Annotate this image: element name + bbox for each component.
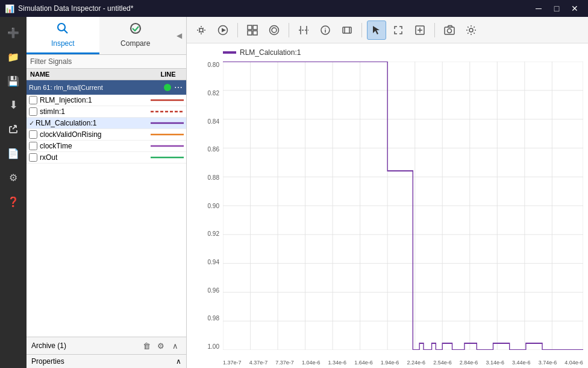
signal-line-3 [151,119,184,127]
titlebar-left: 📊 Simulation Data Inspector - untitled* [5,4,133,13]
signal-checkbox-2[interactable] [29,107,37,116]
pan-button[interactable] [192,21,211,40]
chart-area: RLM_Calculation:1 1.00 0.98 0.96 0.94 0.… [187,17,588,368]
svg-point-0 [58,24,65,31]
signal-line-2 [151,108,184,115]
signal-row-6[interactable]: rxOut [27,152,186,163]
select-button[interactable] [367,21,386,40]
signal-line-1 [151,97,184,104]
play-button[interactable] [213,21,233,40]
signal-row-2[interactable]: stimIn:1 [27,106,186,118]
sidebar-help-button[interactable]: ❓ [2,191,24,212]
y-label-1: 0.98 [208,315,219,322]
panel-collapse-button[interactable]: ◀ [172,17,186,54]
properties-label: Properties [31,357,64,366]
x-label-13: 4.04e-6 [565,360,583,366]
archive-settings-button[interactable]: ⚙ [155,340,167,352]
app-title: Simulation Data Inspector - untitled* [18,4,133,13]
cursors-button[interactable] [294,21,313,40]
signal-checkbox-5[interactable] [29,142,37,150]
style-button[interactable] [264,21,284,40]
toolbar-sep-2 [289,23,289,37]
svg-rect-12 [253,25,257,30]
svg-rect-30 [223,51,236,54]
svg-marker-23 [373,26,380,34]
x-label-6: 1.94e-6 [381,360,399,366]
tab-inspect[interactable]: Inspect [27,17,99,54]
datatips-button[interactable] [316,21,335,40]
y-label-0: 1.00 [208,343,219,350]
fit-view-button[interactable] [410,21,430,40]
x-label-10: 3.14e-6 [486,360,504,366]
y-label-8: 0.84 [208,118,219,125]
y-label-9: 0.82 [208,90,219,97]
sidebar-icons: ➕ 📁 💾 ⬇ 📄 ⚙ ❓ [0,17,27,368]
signal-name-5: clockTime [40,142,151,150]
tab-compare-label: Compare [120,39,150,48]
zoom-box-button[interactable] [337,21,357,40]
signal-name-1: RLM_Injection:1 [40,96,151,104]
archive-collapse-button[interactable]: ∧ [169,340,181,352]
svg-rect-20 [343,27,351,33]
compare-icon [129,22,142,38]
x-label-9: 2.84e-6 [460,360,478,366]
toolbar [187,17,588,43]
run-status-dot [164,84,171,91]
tab-bar: Inspect Compare ◀ [27,17,186,55]
y-label-10: 0.80 [208,62,219,68]
signal-name-2: stimIn:1 [40,107,151,116]
checked-indicator-3: ✓ [29,119,34,127]
svg-point-15 [272,28,277,33]
signal-checkbox-6[interactable] [29,153,37,162]
layout-button[interactable] [243,21,262,40]
x-label-5: 1.64e-6 [354,360,373,366]
maximize-button[interactable]: □ [548,2,565,15]
svg-line-1 [64,30,68,34]
titlebar-controls: ─ □ ✕ [530,2,583,15]
signal-line-5 [151,142,184,150]
y-label-3: 0.94 [208,259,219,265]
svg-point-29 [469,28,473,32]
properties-collapse-icon: ∧ [176,357,181,366]
screenshot-button[interactable] [440,21,459,40]
properties-bar[interactable]: Properties ∧ [27,354,186,368]
expand-button[interactable] [389,21,408,40]
sidebar-share-button[interactable] [2,118,24,140]
signal-checkbox-1[interactable] [29,96,37,104]
signal-row-4[interactable]: clockValidOnRising [27,129,186,141]
chart-svg [223,62,583,350]
signal-name-6: rxOut [40,153,151,162]
chart-container: RLM_Calculation:1 1.00 0.98 0.96 0.94 0.… [187,43,588,368]
chart-settings-button[interactable] [461,21,481,40]
sidebar-download-button[interactable]: ⬇ [2,94,24,116]
signal-checkbox-4[interactable] [29,130,37,139]
y-axis: 1.00 0.98 0.96 0.94 0.92 0.90 0.88 0.86 … [187,62,222,350]
sidebar-open-button[interactable]: 📁 [2,46,24,68]
signal-row-5[interactable]: clockTime [27,141,186,152]
signal-name-3: RLM_Calculation:1 [36,119,151,127]
signal-row-3[interactable]: ✓ RLM_Calculation:1 [27,118,186,129]
sidebar-document-button[interactable]: 📄 [2,142,24,164]
signal-line-4 [151,131,184,138]
archive-bar[interactable]: Archive (1) 🗑 ⚙ ∧ [27,337,186,354]
tab-compare[interactable]: Compare [99,17,172,54]
sidebar-settings-button[interactable]: ⚙ [2,167,24,188]
sidebar-add-button[interactable]: ➕ [2,22,24,43]
sidebar-save-button[interactable]: 💾 [2,70,24,92]
x-label-3: 1.04e-6 [302,360,321,366]
close-button[interactable]: ✕ [566,2,583,15]
archive-delete-button[interactable]: 🗑 [140,340,152,352]
x-label-4: 1.34e-6 [328,360,347,366]
minimize-button[interactable]: ─ [530,2,547,15]
toolbar-sep-3 [361,23,362,37]
x-label-11: 3.44e-6 [512,360,531,366]
x-label-1: 4.37e-7 [249,360,268,366]
signal-row-1[interactable]: RLM_Injection:1 [27,95,186,106]
archive-label: Archive (1) [31,341,66,350]
run-more-button[interactable]: ⋯ [173,83,184,92]
run-row[interactable]: Run 61: rlm_final[Current ⋯ [27,80,186,95]
svg-point-2 [131,24,140,33]
x-label-8: 2.54e-6 [433,360,452,366]
y-label-2: 0.96 [208,287,219,294]
y-label-7: 0.86 [208,146,219,153]
